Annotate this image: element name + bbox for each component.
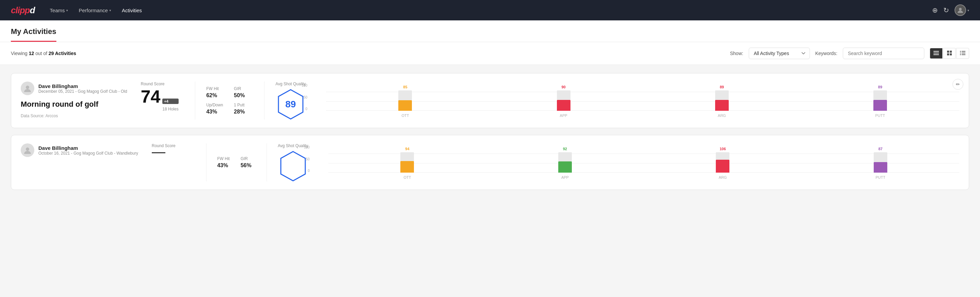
quality-label-2: Avg Shot Quality — [278, 144, 308, 148]
round-score-badge-1: +4 — [162, 99, 178, 104]
quality-label-1: Avg Shot Quality — [275, 81, 305, 86]
svg-rect-7 — [950, 53, 952, 55]
refresh-button[interactable]: ↻ — [943, 6, 949, 14]
svg-rect-1 — [934, 51, 939, 52]
fw-gir-block-2: FW Hit 43% GIR 56% — [217, 156, 253, 169]
nav-activities[interactable]: Activities — [118, 5, 146, 16]
viewing-text: Viewing 12 out of 29 Activities — [11, 51, 725, 56]
card-stats-1: FW Hit 62% GIR 50% Up/Down 43% 1 Putt 28… — [195, 81, 251, 120]
avatar — [955, 5, 966, 16]
svg-rect-12 — [960, 54, 961, 55]
user-info-2: Dave Billingham October 16, 2021 - Gog M… — [21, 144, 138, 157]
svg-rect-11 — [962, 53, 966, 53]
bar-fill-ott — [398, 100, 412, 111]
svg-rect-4 — [947, 51, 949, 53]
svg-point-0 — [959, 8, 962, 11]
user-date-1: December 05, 2021 - Gog Magog Golf Club … — [38, 89, 127, 94]
performance-chevron-icon: ▾ — [109, 8, 111, 12]
activity-card-1: ✏ Dave Billingham December 05, 2021 - Go… — [11, 73, 969, 128]
chart-container-2: 100 50 0 94 — [316, 145, 959, 179]
gir-stat-2: GIR 56% — [240, 156, 253, 169]
svg-rect-5 — [950, 51, 952, 53]
one-putt-value: 28% — [234, 109, 251, 115]
hexagon-value-1: 89 — [285, 99, 296, 110]
user-details-1: Dave Billingham December 05, 2021 - Gog … — [38, 83, 127, 94]
hexagon-container-2: Avg Shot Quality — [278, 144, 308, 182]
add-button[interactable]: ⊕ — [932, 6, 938, 14]
user-avatar-2 — [21, 144, 34, 157]
view-toggle — [930, 48, 969, 59]
user-info-1: Dave Billingham December 05, 2021 - Gog … — [21, 81, 127, 95]
content: ✏ Dave Billingham December 05, 2021 - Go… — [0, 65, 980, 198]
fw-hit-value: 62% — [206, 93, 223, 99]
show-label: Show: — [730, 51, 743, 56]
list-view-button[interactable] — [956, 48, 969, 59]
nav-teams[interactable]: Teams ▾ — [46, 5, 72, 16]
round-score-block-2: Round Score — [152, 144, 192, 182]
one-putt-stat: 1 Putt 28% — [234, 103, 251, 115]
user-name-1: Dave Billingham — [38, 83, 127, 89]
chart-y-labels-1: 100 50 0 — [302, 84, 307, 111]
bar-chart-1: 100 50 0 85 — [314, 84, 959, 118]
chart-container-1: 100 50 0 85 — [314, 84, 959, 118]
gir-value: 50% — [234, 93, 251, 99]
svg-rect-2 — [934, 53, 939, 53]
grid-view-button[interactable] — [943, 48, 956, 59]
fw-hit-stat-2: FW Hit 43% — [217, 156, 230, 169]
activity-card-2: Dave Billingham October 16, 2021 - Gog M… — [11, 135, 969, 190]
gir-label-2: GIR — [240, 156, 253, 161]
svg-rect-10 — [960, 53, 961, 53]
user-name-2: Dave Billingham — [38, 145, 138, 151]
card-left-1: Dave Billingham December 05, 2021 - Gog … — [21, 81, 127, 120]
chart-y-labels-2: 100 50 0 — [304, 145, 310, 172]
chart-gridlines-1 — [326, 92, 959, 111]
user-avatar-1 — [21, 81, 34, 95]
fw-hit-stat: FW Hit 62% — [206, 86, 223, 99]
chart-gridlines-2 — [328, 153, 959, 172]
svg-point-14 — [26, 86, 29, 89]
bar-fill-putt — [873, 100, 887, 111]
list-dense-view-button[interactable] — [930, 48, 943, 59]
card-quality-2: Avg Shot Quality 100 50 0 — [267, 144, 959, 182]
card-stats-2: FW Hit 43% GIR 56% — [206, 144, 253, 182]
gir-label: GIR — [234, 86, 251, 91]
fw-hit-label-2: FW Hit — [217, 156, 230, 161]
hexagon-2 — [280, 151, 307, 182]
navbar: clippd Teams ▾ Performance ▾ Activities … — [0, 0, 980, 21]
keywords-label: Keywords: — [815, 51, 837, 56]
svg-rect-6 — [947, 53, 949, 55]
page-title: My Activities — [11, 21, 56, 42]
one-putt-label: 1 Putt — [234, 103, 251, 107]
teams-chevron-icon: ▾ — [66, 8, 68, 12]
svg-rect-9 — [962, 51, 966, 52]
fw-hit-value-2: 43% — [217, 163, 230, 169]
card-left-2: Dave Billingham October 16, 2021 - Gog M… — [21, 144, 138, 182]
round-score-holes-1: 18 Holes — [162, 107, 178, 112]
up-down-value: 43% — [206, 109, 223, 115]
hexagon-container-1: Avg Shot Quality 89 — [275, 81, 305, 120]
activity-type-select[interactable]: All Activity Types — [749, 48, 810, 59]
hexagon-1: 89 — [277, 89, 304, 120]
round-score-block-1: Round Score 74 +4 18 Holes — [141, 81, 181, 120]
nav-links: Teams ▾ Performance ▾ Activities — [46, 5, 921, 16]
user-details-2: Dave Billingham October 16, 2021 - Gog M… — [38, 145, 138, 156]
nav-right: ⊕ ↻ ▾ — [932, 5, 969, 16]
user-date-2: October 16, 2021 - Gog Magog Golf Club -… — [38, 151, 138, 156]
gir-stat: GIR 50% — [234, 86, 251, 99]
svg-rect-8 — [960, 51, 961, 52]
nav-performance[interactable]: Performance ▾ — [75, 5, 115, 16]
search-input[interactable] — [843, 48, 924, 59]
bar-fill-arg — [715, 100, 729, 111]
fw-gir-block-1: FW Hit 62% GIR 50% Up/Down 43% 1 Putt 28… — [206, 86, 251, 115]
fw-hit-label: FW Hit — [206, 86, 223, 91]
user-chevron-icon: ▾ — [967, 8, 969, 12]
bar-chart-2: 100 50 0 94 — [316, 145, 959, 179]
activity-title-1: Morning round of golf — [21, 100, 127, 109]
up-down-stat: Up/Down 43% — [206, 103, 223, 115]
card-quality-1: Avg Shot Quality 89 100 50 0 — [264, 81, 959, 120]
bar-fill-app — [557, 100, 571, 111]
filters-bar: Viewing 12 out of 29 Activities Show: Al… — [0, 42, 980, 65]
user-menu[interactable]: ▾ — [955, 5, 969, 16]
page-header: My Activities — [0, 21, 980, 42]
svg-rect-3 — [934, 54, 939, 55]
